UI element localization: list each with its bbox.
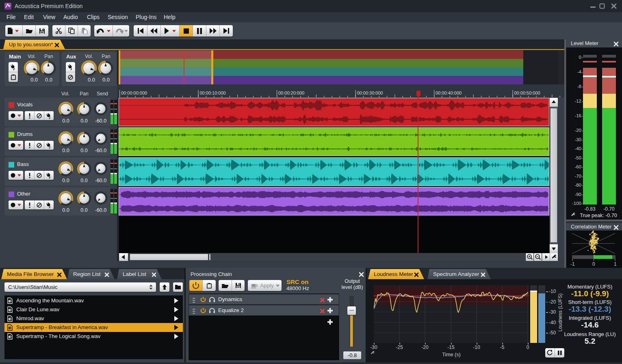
svg-text:00:00:40:000: 00:00:40:000 — [436, 90, 462, 95]
svg-text:1: 1 — [614, 261, 617, 267]
svg-text:00:00:00:000: 00:00:00:000 — [121, 90, 147, 95]
svg-text:0: 0 — [592, 261, 595, 267]
svg-text:00:00:30:000: 00:00:30:000 — [357, 90, 383, 95]
svg-text:00:00:10:000: 00:00:10:000 — [200, 90, 226, 95]
svg-text:-1: -1 — [570, 261, 575, 267]
svg-text:00:00:20:000: 00:00:20:000 — [278, 90, 304, 95]
svg-text:00:00:50:000: 00:00:50:000 — [514, 90, 540, 95]
